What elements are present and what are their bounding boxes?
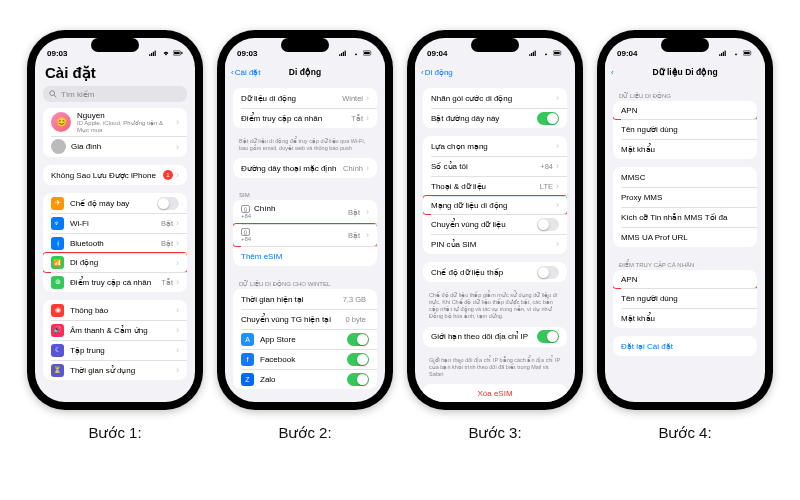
sim-pin-row[interactable]: PIN của SIM › [423, 234, 567, 254]
mms-group: MMSC Proxy MMS Kích cỡ Tin nhắn MMS Tối … [613, 167, 757, 247]
backup-group: Không Sao Lưu Được iPhone 1 › [43, 165, 187, 185]
ip-limit-toggle[interactable] [537, 330, 559, 343]
family-label: Gia đình [71, 142, 176, 151]
appstore-toggle[interactable] [347, 333, 369, 346]
battery-icon [173, 50, 183, 56]
appstore-row[interactable]: A App Store [233, 329, 377, 349]
wifi-row[interactable]: ᯤ Wi-Fi Bật › [43, 213, 187, 233]
roam-period-label: Chuyển vùng TG hiện tại [241, 315, 346, 324]
apn-group: APN Tên người dùng Mật khẩu [613, 101, 757, 159]
voice-data-row[interactable]: Thoại & dữ liệu LTE › [423, 176, 567, 196]
password-row[interactable]: Mật khẩu [613, 139, 757, 159]
apn-label: APN [621, 106, 749, 115]
notch [661, 38, 709, 52]
data-roaming-label: Chuyển vùng dữ liệu [431, 220, 537, 229]
back-button[interactable]: ‹ Di động [421, 68, 453, 77]
chevron-right-icon: › [366, 163, 369, 173]
bluetooth-icon: ᚼ [51, 237, 64, 250]
bell-icon: ◉ [51, 304, 64, 317]
focus-label: Tập trung [70, 346, 176, 355]
delete-esim-row[interactable]: Xóa eSIM [423, 384, 567, 402]
svg-rect-10 [341, 53, 342, 56]
svg-rect-11 [343, 52, 344, 56]
hotspot-user-row[interactable]: Tên người dùng [613, 288, 757, 308]
wifi-icon [731, 50, 741, 56]
uaprof-row[interactable]: MMS UA Prof URL [613, 227, 757, 247]
low-data-row[interactable]: Chế độ dữ liệu thấp [423, 262, 567, 282]
svg-rect-21 [719, 54, 720, 56]
chevron-right-icon: › [176, 345, 179, 355]
screentime-row[interactable]: ⏳ Thời gian sử dụng › [43, 360, 187, 380]
roam-period-row[interactable]: Chuyển vùng TG hiện tại 0 byte [233, 309, 377, 329]
notifications-row[interactable]: ◉ Thông báo › [43, 300, 187, 320]
network-selection-row[interactable]: Lựa chọn mạng › [423, 136, 567, 156]
data-roaming-toggle[interactable] [537, 218, 559, 231]
chevron-left-icon: ‹ [421, 68, 424, 77]
hotspot-value: Tắt [351, 114, 363, 123]
airplane-row[interactable]: ✈ Chế độ máy bay [43, 193, 187, 213]
sounds-row[interactable]: 🔊 Âm thanh & Cảm ứng › [43, 320, 187, 340]
data-roaming-row[interactable]: Chuyển vùng dữ liệu [423, 214, 567, 234]
low-data-toggle[interactable] [537, 266, 559, 279]
hotspot-row[interactable]: Điểm truy cập cá nhân Tắt › [233, 108, 377, 128]
hotspot-label: Điểm truy cập cá nhân [70, 278, 161, 287]
default-line-value: Chính [343, 164, 363, 173]
mmsc-row[interactable]: MMSC [613, 167, 757, 187]
svg-rect-5 [174, 52, 180, 54]
sim1-row[interactable]: ▯Chính +84 Bật› [233, 200, 377, 224]
search-input[interactable]: Tìm kiếm [43, 86, 187, 102]
cellular-data-row[interactable]: Dữ liệu di động Wintel › [233, 88, 377, 108]
enable-line-row[interactable]: Bật đường dây này [423, 108, 567, 128]
svg-rect-6 [181, 52, 182, 54]
mms-proxy-label: Proxy MMS [621, 193, 749, 202]
bluetooth-row[interactable]: ᚼ Bluetooth Bật › [43, 233, 187, 253]
plan-label-row[interactable]: Nhãn gói cước di động › [423, 88, 567, 108]
period-row[interactable]: Thời gian hiện tại 7,3 GB [233, 289, 377, 309]
mms-proxy-row[interactable]: Proxy MMS [613, 187, 757, 207]
default-line-row[interactable]: Đường dây thoại mặc định Chính › [233, 158, 377, 178]
appstore-label: App Store [260, 335, 347, 344]
hotspot-apn-row[interactable]: APN [613, 270, 757, 289]
enable-line-toggle[interactable] [537, 112, 559, 125]
backup-warning-row[interactable]: Không Sao Lưu Được iPhone 1 › [43, 165, 187, 185]
facebook-toggle[interactable] [347, 353, 369, 366]
sim2-row[interactable]: ▯ +84 Bật› [233, 223, 377, 247]
family-row[interactable]: Gia đình › [43, 136, 187, 157]
data-network-row[interactable]: Mạng dữ liệu di động › [423, 195, 567, 215]
zalo-toggle[interactable] [347, 373, 369, 386]
focus-row[interactable]: ☾ Tập trung › [43, 340, 187, 360]
back-button[interactable]: ‹ [611, 68, 614, 77]
chevron-right-icon: › [176, 277, 179, 287]
back-button[interactable]: ‹ Cài đặt [231, 68, 261, 77]
svg-rect-18 [535, 51, 536, 56]
airplane-icon: ✈ [51, 197, 64, 210]
caption-4: Bước 4: [597, 424, 773, 442]
apn-row[interactable]: APN [613, 101, 757, 120]
facebook-label: Facebook [260, 355, 347, 364]
cellular-row[interactable]: 📶 Di động › [43, 252, 187, 273]
apple-id-row[interactable]: 😊 Nguyen ID Apple, iCloud, Phương tiện &… [43, 108, 187, 136]
notifications-label: Thông báo [70, 306, 176, 315]
mms-max-row[interactable]: Kích cỡ Tin nhắn MMS Tối đa [613, 207, 757, 227]
my-number-row[interactable]: Số của tôi +84 › [423, 156, 567, 176]
hotspot-pass-row[interactable]: Mật khẩu [613, 308, 757, 328]
user-sub: ID Apple, iCloud, Phương tiện & Mục mua [77, 120, 176, 133]
facebook-row[interactable]: f Facebook [233, 349, 377, 369]
plan-group: Nhãn gói cước di động › Bật đường dây nà… [423, 88, 567, 128]
add-esim-row[interactable]: Thêm eSIM [233, 246, 377, 266]
svg-rect-12 [345, 51, 346, 56]
caption-1: Bước 1: [27, 424, 203, 442]
system-group: ◉ Thông báo › 🔊 Âm thanh & Cảm ứng › ☾ T… [43, 300, 187, 380]
phone-step2: 09:03 ‹ Cài đặt Di động Dữ liệu di động … [217, 30, 393, 410]
sim1-number: +84 [241, 213, 251, 220]
ip-limit-row[interactable]: Giới hạn theo dõi địa chỉ IP [423, 327, 567, 347]
zalo-row[interactable]: Z Zalo [233, 369, 377, 389]
sim1-value: Bật [348, 208, 360, 217]
username-row[interactable]: Tên người dùng [613, 119, 757, 139]
sim1-label: Chính [254, 204, 275, 213]
wifi-icon [351, 50, 361, 56]
hotspot-row[interactable]: ⊚ Điểm truy cập cá nhân Tắt › [43, 272, 187, 292]
clock: 09:03 [47, 49, 67, 58]
airplane-toggle[interactable] [157, 197, 179, 210]
reset-row[interactable]: Đặt lại Cài đặt [613, 336, 757, 356]
